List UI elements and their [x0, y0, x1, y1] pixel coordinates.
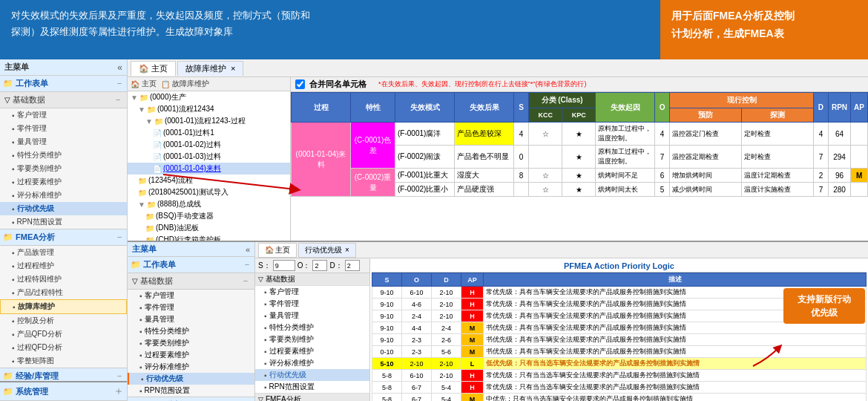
basic-data-group[interactable]: ▽ 基础数据 － — [0, 92, 127, 108]
workbench-icon: 📁 — [3, 79, 13, 88]
sidebar-item[interactable]: ▪ 过程特因维护 — [0, 273, 127, 286]
pfmea-logic-area: PFMEA Action Priority Logic S O D AP 描述 — [370, 258, 868, 401]
merge-checkbox[interactable] — [295, 79, 305, 89]
tree-item[interactable]: 📁 (123454)流程 — [128, 175, 290, 186]
table-cell: 7 — [813, 183, 828, 197]
table-cell: 原料加工过程中，温度控制。 — [596, 123, 655, 146]
tree-item[interactable]: 📁 (BSQ)手动变速器 — [128, 210, 290, 222]
tree-item[interactable]: 📁 (20180425001)测试导入 — [128, 186, 290, 198]
search-d-input[interactable] — [345, 260, 360, 271]
table-cell — [851, 123, 868, 146]
sys-mgmt-group[interactable]: 📁 系统管理 ＋ — [0, 382, 127, 400]
table-row: 9-10 2-3 2-6 M 书优先级：具有当车辆安全法规要求的产品或服务控制措… — [372, 334, 867, 346]
tree-item[interactable]: 📄 (0001-01)过料1 — [128, 127, 290, 139]
process-tree: 🏠 主页 📋 故障库维护 ▼ 📁 (0000)生产 ▼ 📁 (0001)流程12… — [128, 77, 291, 241]
table-cell: 温控器定门检查 — [670, 123, 742, 146]
table-cell-char: (C-0001)色差 — [351, 123, 395, 169]
basic-data-label: 基础数据 — [13, 94, 45, 105]
search-o-input[interactable] — [312, 260, 327, 271]
search-s-input[interactable] — [273, 260, 295, 271]
bottom-sidebar-action-priority[interactable]: ▪行动优先级 — [128, 373, 254, 385]
tree-item[interactable]: ▼ 📁 (8888)总成线 — [128, 198, 290, 210]
tree-item[interactable]: ▼ 📁 (0001)流程12434 — [128, 103, 290, 115]
tree-item-selected[interactable]: 📄 (0001-01-04)来料 — [128, 163, 290, 175]
table-cell: 280 — [828, 183, 850, 197]
table-row: 0-10 2-3 5-6 M 书优先级：具有当车辆安全法规要求的产品或服务控制措… — [372, 346, 867, 358]
table-cell: (F-0002)闹泼 — [395, 146, 455, 169]
bottom-tab-home[interactable]: 🏠 主页 — [258, 243, 297, 258]
tree-item[interactable]: ▼ 📁 (0001-01)流程1243-过程 — [128, 115, 290, 127]
table-cell: 4 — [813, 123, 828, 146]
table-cell: 6 — [655, 169, 670, 183]
home-icon: 🏠 — [139, 64, 149, 74]
sidebar-header: 主菜单 « — [0, 59, 127, 76]
sidebar-item[interactable]: ▪ 特性分类维护 — [0, 149, 127, 162]
sidebar-item[interactable]: ▪ RPN范围设置 — [0, 215, 127, 229]
sidebar-item[interactable]: ▪ 零整矩阵图 — [0, 354, 127, 368]
table-cell: 增加烘烤时间 — [670, 169, 742, 183]
sidebar-item[interactable]: ▪ 产品QFD分析 — [0, 327, 127, 341]
tree-item[interactable]: 📄 (0001-01-02)过料 — [128, 139, 290, 151]
sidebar-item-fault-library[interactable]: ▪ 故障库维护 — [0, 299, 127, 314]
sidebar-item-action-priority[interactable]: ▪ 行动优先级 — [0, 202, 127, 215]
table-cell: ★ — [562, 169, 596, 183]
tree-item[interactable]: ▼ 📁 (0000)生产 — [128, 91, 290, 103]
sidebar-item[interactable]: ▪ 产品族管理 — [0, 246, 127, 259]
sidebar-item[interactable]: ▪ 客户管理 — [0, 108, 127, 122]
bottom-tree-action-priority[interactable]: ▪行动优先级 — [255, 369, 369, 381]
bottom-tab-bar: 🏠 主页 行动优先级 × — [255, 242, 868, 258]
table-cell: 0 — [514, 146, 529, 169]
table-cell-process: (0001-01-04)来料 — [292, 123, 351, 197]
callout-action-priority: 支持新版行动优先级 — [783, 288, 865, 324]
table-cell: ★ — [562, 146, 596, 169]
exp-group[interactable]: 📁 经验/库管理 － — [0, 368, 127, 382]
tree-item[interactable]: 📄 (0001-01-03)过料 — [128, 151, 290, 163]
pfmea-title: PFMEA Action Priority Logic — [372, 260, 867, 273]
table-cell-ap-m: M — [851, 169, 868, 183]
sidebar-item[interactable]: ▪ 量具管理 — [0, 135, 127, 149]
tab-home[interactable]: 🏠 主页 — [131, 61, 176, 76]
table-cell: 产品着色不明显 — [455, 146, 514, 169]
table-cell: 4 — [514, 123, 529, 146]
tab-bar: 🏠 主页 故障库维护 × — [128, 59, 868, 77]
table-cell: 减少烘烤时间 — [670, 183, 742, 197]
table-cell: 7 — [813, 146, 828, 169]
table-cell: 烘烤时间太长 — [596, 183, 655, 197]
banner-right: 用于后面FMEA分析及控制 计划分析，生成FMEA表 — [660, 0, 868, 59]
merge-label: 合并同名单元格 — [309, 79, 366, 90]
table-cell: 2 — [813, 169, 828, 183]
sidebar-item[interactable]: ▪ 控制及分析 — [0, 314, 127, 327]
fmea-group-label: FMEA分析 — [16, 232, 55, 243]
workbench-group[interactable]: 📁 工作表单 － — [0, 76, 127, 92]
sidebar-collapse[interactable]: « — [117, 62, 122, 73]
tree-item[interactable]: 📁 (DNB)油泥板 — [128, 222, 290, 234]
table-cell: 温控器定期检查 — [670, 146, 742, 169]
tab-fault-library[interactable]: 故障库维护 × — [177, 61, 243, 76]
sidebar-item-label: RPN范围设置 — [17, 217, 62, 227]
basic-data-dash[interactable]: － — [114, 94, 122, 106]
table-cell — [514, 183, 529, 197]
tree-header: 🏠 主页 📋 故障库维护 — [128, 77, 290, 91]
fmea-group[interactable]: 📁 FMEA分析 － — [0, 229, 127, 246]
tab-close[interactable]: × — [231, 64, 235, 73]
tree-item[interactable]: 📁 (CHD)行李箱盖护板 — [128, 234, 290, 241]
table-cell: ☆ — [529, 169, 562, 183]
sidebar-item[interactable]: ▪ 过程程维护 — [0, 259, 127, 273]
sidebar-item[interactable]: ▪ 零要类别维护 — [0, 162, 127, 175]
table-cell: 96 — [828, 169, 850, 183]
sidebar-item[interactable]: ▪ 零件管理 — [0, 122, 127, 135]
bottom-sidebar: 主菜单 « 📁 工作表单 － ▽ 基础数据 － ▪客户管理 ▪零件管理 ▪量具管… — [128, 242, 255, 401]
table-cell — [851, 146, 868, 169]
fmea-table: 过程 特性 失效模式 失效后果 S 分类 (Class) 失效起因 O 现行控制… — [291, 92, 868, 197]
workbench-dash[interactable]: － — [115, 77, 124, 90]
sidebar-item-label: 零件管理 — [17, 123, 47, 134]
table-cell: 5 — [655, 183, 670, 197]
sidebar-item[interactable]: ▪ 产品/过程特性 — [0, 286, 127, 299]
table-cell: ☆ — [529, 123, 562, 146]
table-cell-char2: (C-0002)重量 — [351, 169, 395, 197]
sidebar-item[interactable]: ▪ 评分标准维护 — [0, 189, 127, 202]
sidebar-item[interactable]: ▪ 过程QFD分析 — [0, 341, 127, 354]
table-cell: 原料加工过程中，温度控制。 — [596, 146, 655, 169]
sidebar-item[interactable]: ▪ 过程要素维护 — [0, 175, 127, 189]
bottom-tab-priority[interactable]: 行动优先级 × — [298, 243, 356, 258]
